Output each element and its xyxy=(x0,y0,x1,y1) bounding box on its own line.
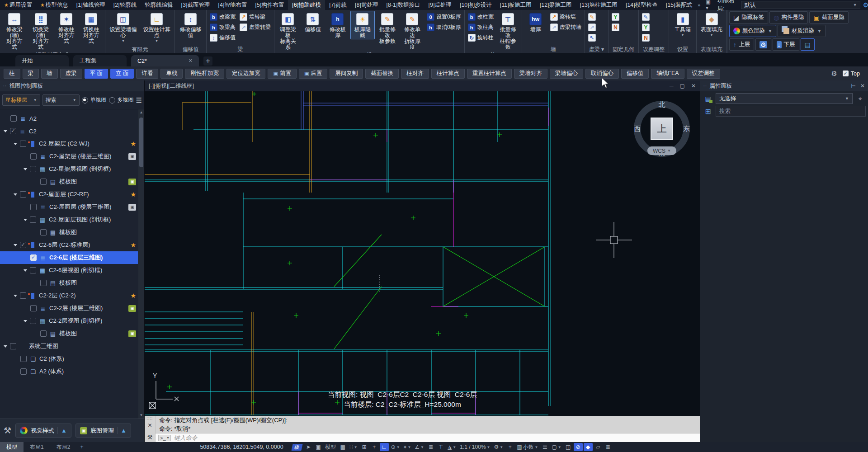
single-view-radio[interactable] xyxy=(82,97,88,104)
book-button[interactable]: ▤ xyxy=(801,38,815,51)
隐藏标签-button[interactable]: ◪隐藏标签 xyxy=(729,11,768,24)
tree-item[interactable]: 系统三维图 xyxy=(0,340,138,353)
tree-search-combo[interactable]: 搜索 ▼ xyxy=(42,94,80,106)
ribbon-button[interactable]: ✎修改单边 折板厚度 xyxy=(400,11,425,51)
layout-tab[interactable]: 布局1 xyxy=(24,442,50,452)
expander-icon[interactable] xyxy=(14,193,17,196)
command-input[interactable] xyxy=(174,434,697,441)
tree-checkbox[interactable] xyxy=(40,280,47,286)
toolbar-button[interactable]: 平 面 xyxy=(85,69,108,79)
tree-item[interactable]: C2-屋面层 (C2-RF)★ xyxy=(0,188,138,201)
toolbar-button[interactable]: 详看 xyxy=(136,69,158,79)
selection-cycling-icon[interactable]: ▢▼ xyxy=(550,443,562,451)
tree-item[interactable]: C2-2层 (C2-2)★ xyxy=(0,289,138,302)
lineweight-icon[interactable]: ≣ xyxy=(426,443,435,451)
ribbon-small-button[interactable]: Y xyxy=(640,23,651,32)
menu-tab[interactable]: [12]梁施工图 xyxy=(536,0,576,10)
ribbon-small-button[interactable]: ↗虚梁转梁 xyxy=(238,23,273,32)
workspace-icon[interactable]: ◫ xyxy=(564,443,573,451)
toolbar-button[interactable]: 梁墙偏心 xyxy=(550,69,583,79)
ribbon-small-button[interactable]: ↗ xyxy=(586,23,598,32)
tree-item[interactable]: ▤模板图 xyxy=(0,226,138,239)
tree-checkbox[interactable] xyxy=(30,305,37,311)
ribbon-small-button[interactable]: h改柱高 xyxy=(466,23,495,32)
ribbon-button[interactable]: ◫设置梁墙偏心▾ xyxy=(107,11,140,43)
toolbar-button[interactable]: 梁墙对齐 xyxy=(514,69,547,79)
expand-up-icon[interactable]: ▲ xyxy=(57,427,67,434)
star-icon[interactable]: ★ xyxy=(130,191,136,198)
model-space-label[interactable]: 模型 xyxy=(324,443,337,451)
tree-item[interactable]: ≣C2-6层 (楼层三维图) xyxy=(0,251,138,264)
menu-tab[interactable]: [2]轮廓线 xyxy=(109,0,141,10)
quick-properties-icon[interactable]: ☰ xyxy=(540,443,549,451)
layout-combo[interactable]: 默认 ▼ xyxy=(741,1,860,9)
ribbon-button[interactable]: ✶修改柱 对齐方式 xyxy=(54,11,79,45)
颜色渲染-button[interactable]: 颜色渲染▼ xyxy=(729,25,776,37)
toolbar-gear-icon[interactable]: ⚙ xyxy=(831,70,837,78)
toolbar-button[interactable]: 层间复制 xyxy=(330,69,363,79)
ribbon-small-button[interactable]: h改梁高 xyxy=(208,23,237,32)
截面显隐-button[interactable]: ▣截面显隐 xyxy=(809,11,848,24)
selection-type-combo[interactable]: 无选择 ▼ xyxy=(716,93,853,104)
layout-tab[interactable]: 布局2 xyxy=(50,442,77,452)
ribbon-small-button[interactable]: ✎ xyxy=(640,12,651,22)
toolbar-button[interactable]: 柱 xyxy=(4,69,20,79)
tree-checkbox[interactable] xyxy=(20,292,26,299)
scroll-up-icon[interactable]: ▲ xyxy=(140,109,143,116)
ribbon-button[interactable]: ⇅偏移值 xyxy=(301,11,325,33)
snapshot-badge-gray[interactable]: ▣ xyxy=(128,153,136,160)
ribbon-button[interactable]: ∟设置柱计算点▾ xyxy=(140,11,173,43)
units-precision[interactable]: ▥小数▼ xyxy=(515,443,539,451)
toolbar-button[interactable]: 墙 xyxy=(41,69,58,79)
tree-checkbox[interactable] xyxy=(40,229,47,235)
star-icon[interactable]: ★ xyxy=(130,241,136,249)
star-icon[interactable]: ★ xyxy=(130,292,136,299)
doc-tab[interactable]: C2*✕ xyxy=(131,55,199,66)
toolbar-button[interactable]: 单线 xyxy=(160,69,183,79)
ribbon-small-button[interactable]: ↻旋转柱 xyxy=(466,33,495,42)
base-map-button[interactable]: ▣ 底图管理 ▲ xyxy=(75,424,131,438)
ribbon-small-button[interactable]: ↗虚梁转墙 xyxy=(548,23,583,32)
ribbon-button[interactable]: h修改板厚 xyxy=(326,11,350,39)
close-icon[interactable]: ✕ xyxy=(860,83,865,89)
infer-constraints-icon[interactable]: ⊞ xyxy=(360,443,369,451)
drag-handle-icon[interactable]: ∷ xyxy=(3,84,6,89)
menu-tab[interactable]: [8-1]数据接口 xyxy=(382,0,425,10)
menu-tab[interactable]: [10]初步设计 xyxy=(456,0,496,10)
ribbon-button[interactable]: ▮工具箱▾ xyxy=(670,11,695,38)
menu-tab[interactable]: [3]截面管理 xyxy=(177,0,214,10)
上层-button[interactable]: ↑上层 xyxy=(729,38,754,51)
wcs-selector[interactable]: WCS ▼ xyxy=(647,146,676,155)
tree-checkbox[interactable] xyxy=(30,204,37,210)
expander-icon[interactable] xyxy=(14,143,17,145)
compass-west[interactable]: 西 xyxy=(634,125,641,133)
ribbon-button[interactable]: hw墙厚 xyxy=(524,11,548,33)
toolbar-button[interactable]: 柱对齐 xyxy=(401,69,429,79)
ribbon-button[interactable]: ◧调整梁板 标高关系 xyxy=(276,11,300,51)
ribbon-small-button[interactable]: ↗梁转墙 xyxy=(548,12,583,22)
tree-checkbox[interactable] xyxy=(20,368,27,375)
ortho-mode-icon[interactable]: ∟ xyxy=(380,443,389,451)
构件显隐-button[interactable]: ◍构件显隐 xyxy=(769,11,808,24)
menu-tab[interactable]: [14]模型检查 xyxy=(622,0,662,10)
menu-tab[interactable]: [8]前处理 xyxy=(351,0,382,10)
tree-checkbox[interactable] xyxy=(20,356,27,362)
expander-icon[interactable] xyxy=(14,295,17,297)
ribbon-small-button[interactable]: ✎ xyxy=(586,12,598,22)
tree-checkbox[interactable] xyxy=(40,179,47,185)
tree-scrollbar[interactable]: ▲ ▼ xyxy=(138,109,144,419)
tree-checkbox[interactable] xyxy=(30,267,36,273)
multi-view-radio[interactable] xyxy=(109,97,115,104)
expand-up-icon[interactable]: ▲ xyxy=(117,427,127,434)
tree-checkbox[interactable] xyxy=(10,343,16,349)
doc-tab[interactable]: 工程集 xyxy=(73,55,127,66)
toolbar-button[interactable]: 偏移值 xyxy=(621,69,649,79)
tree-checkbox[interactable] xyxy=(30,217,36,223)
gear-button[interactable]: ⚙ xyxy=(755,38,771,51)
compass-north[interactable]: 北 xyxy=(659,100,665,109)
ribbon-button[interactable]: ↕修改偏移值 xyxy=(176,11,205,39)
visual-style-button[interactable]: 视觉样式 ▲ xyxy=(15,424,71,438)
menu-tab[interactable]: [15]装配式 xyxy=(662,0,696,10)
tree-item[interactable]: ▤模板图▣ xyxy=(0,327,138,340)
object-snap-icon[interactable]: ⌖▼ xyxy=(402,443,413,451)
